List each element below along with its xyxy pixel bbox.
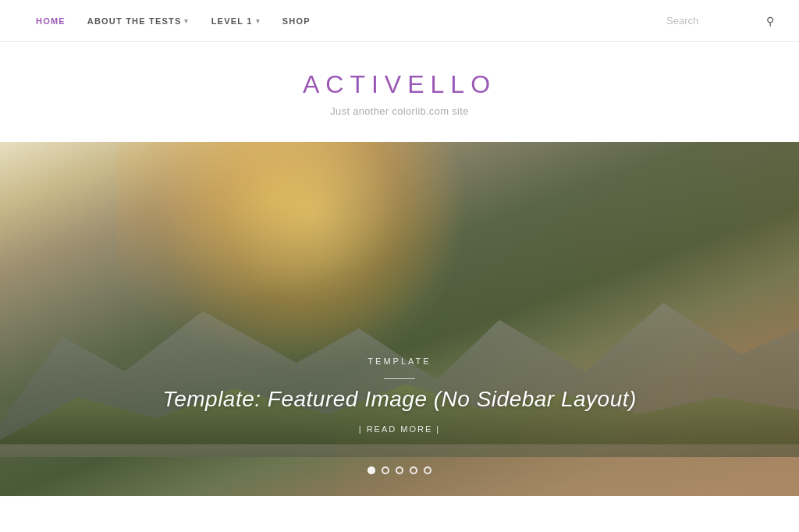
nav-link-home[interactable]: HOME: [25, 0, 76, 42]
slider-dot-3[interactable]: [410, 466, 417, 474]
nav-link-shop[interactable]: SHOP: [272, 0, 321, 42]
nav-link-about[interactable]: ABOUT THE TESTS▾: [76, 0, 201, 42]
slider-dot-4[interactable]: [424, 466, 431, 474]
hero-read-more-link[interactable]: | READ MORE |: [0, 424, 799, 434]
nav-item-level1: LEVEL 1▾: [201, 0, 272, 42]
search-button[interactable]: ⚲: [766, 15, 774, 27]
slider-dot-1[interactable]: [382, 466, 389, 474]
search-area: ⚲: [666, 15, 774, 27]
slider-dot-2[interactable]: [396, 466, 403, 474]
slider-dots: [0, 466, 799, 474]
hero-divider: [384, 378, 415, 379]
site-tagline: Just another colorlib.com site: [0, 105, 799, 117]
main-navigation: HOMEABOUT THE TESTS▾LEVEL 1▾SHOP ⚲: [0, 0, 799, 42]
slider-dot-0[interactable]: [368, 466, 375, 474]
chevron-icon-about: ▾: [184, 0, 189, 42]
nav-item-about: ABOUT THE TESTS▾: [76, 0, 201, 42]
search-input[interactable]: [666, 15, 760, 27]
nav-links: HOMEABOUT THE TESTS▾LEVEL 1▾SHOP: [25, 0, 321, 42]
chevron-icon-level1: ▾: [256, 0, 261, 42]
site-header: ACTIVELLO Just another colorlib.com site: [0, 42, 799, 142]
site-title: ACTIVELLO: [0, 70, 799, 99]
hero-slider: TEMPLATE Template: Featured Image (No Si…: [0, 142, 799, 496]
svg-rect-2: [0, 445, 799, 458]
nav-item-home: HOME: [25, 0, 76, 42]
hero-category-label: TEMPLATE: [368, 356, 431, 366]
hero-overlay: TEMPLATE Template: Featured Image (No Si…: [0, 356, 799, 434]
hero-category-area: TEMPLATE: [0, 356, 799, 387]
nav-link-level1[interactable]: LEVEL 1▾: [201, 0, 272, 42]
hero-post-title: Template: Featured Image (No Sidebar Lay…: [0, 387, 799, 412]
nav-item-shop: SHOP: [272, 0, 321, 42]
search-icon: ⚲: [766, 15, 774, 27]
